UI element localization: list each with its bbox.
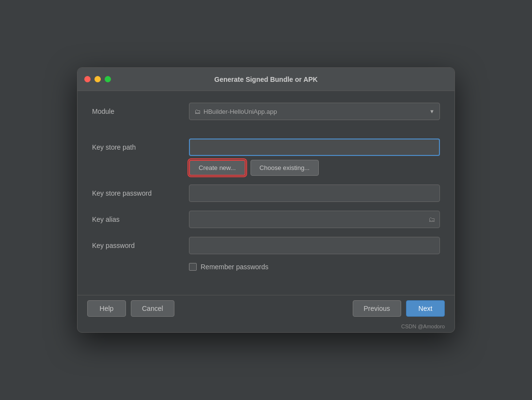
module-folder-icon: 🗂: [194, 108, 201, 115]
key-alias-row: Key alias 🗂: [92, 211, 440, 228]
remember-passwords-row: Remember passwords: [189, 263, 440, 271]
module-dropdown-arrow-icon: ▼: [429, 108, 435, 114]
minimize-button[interactable]: [94, 76, 101, 82]
cancel-button[interactable]: Cancel: [131, 300, 174, 317]
dialog-content: Module 🗂 HBuilder-HelloUniApp.app ▼ Key …: [78, 91, 454, 295]
key-password-label: Key password: [92, 242, 189, 249]
key-password-row: Key password: [92, 237, 440, 254]
help-button[interactable]: Help: [87, 300, 126, 317]
key-store-path-control: [189, 138, 440, 156]
create-new-button[interactable]: Create new...: [189, 160, 246, 176]
remember-passwords-label: Remember passwords: [201, 263, 268, 271]
module-row: Module 🗂 HBuilder-HelloUniApp.app ▼: [92, 103, 440, 120]
spacer: [92, 129, 440, 138]
key-alias-wrapper: 🗂: [189, 211, 440, 228]
key-store-password-control: [189, 185, 440, 202]
previous-button[interactable]: Previous: [353, 300, 401, 317]
key-password-input[interactable]: [189, 237, 440, 254]
dialog-title: Generate Signed Bundle or APK: [214, 76, 317, 83]
key-store-password-row: Key store password: [92, 185, 440, 202]
key-store-path-row: Key store path: [92, 138, 440, 156]
footer-left-buttons: Help Cancel: [87, 300, 174, 317]
dialog-footer: Help Cancel Previous Next: [78, 295, 454, 323]
key-store-password-label: Key store password: [92, 189, 189, 197]
module-value: HBuilder-HelloUniApp.app: [203, 108, 277, 115]
key-store-password-input[interactable]: [189, 185, 440, 202]
key-alias-control: 🗂: [189, 211, 440, 228]
dialog-window: Generate Signed Bundle or APK Module 🗂 H…: [77, 67, 455, 333]
window-controls: [84, 76, 111, 82]
choose-existing-button[interactable]: Choose existing...: [250, 160, 319, 176]
footer-right-buttons: Previous Next: [353, 300, 445, 317]
title-bar: Generate Signed Bundle or APK: [78, 68, 454, 91]
key-store-path-label: Key store path: [92, 143, 189, 151]
module-dropdown[interactable]: 🗂 HBuilder-HelloUniApp.app ▼: [189, 103, 440, 120]
key-alias-input[interactable]: [189, 211, 440, 228]
keystore-action-buttons: Create new... Choose existing...: [189, 160, 440, 176]
next-button[interactable]: Next: [406, 300, 445, 317]
key-store-path-input[interactable]: [189, 138, 440, 156]
module-label: Module: [92, 108, 189, 115]
module-control: 🗂 HBuilder-HelloUniApp.app ▼: [189, 103, 440, 120]
watermark: CSDN @Amodoro: [78, 323, 454, 332]
maximize-button[interactable]: [105, 76, 111, 82]
close-button[interactable]: [84, 76, 91, 82]
remember-passwords-checkbox[interactable]: [189, 263, 197, 271]
key-alias-label: Key alias: [92, 215, 189, 223]
key-password-control: [189, 237, 440, 254]
